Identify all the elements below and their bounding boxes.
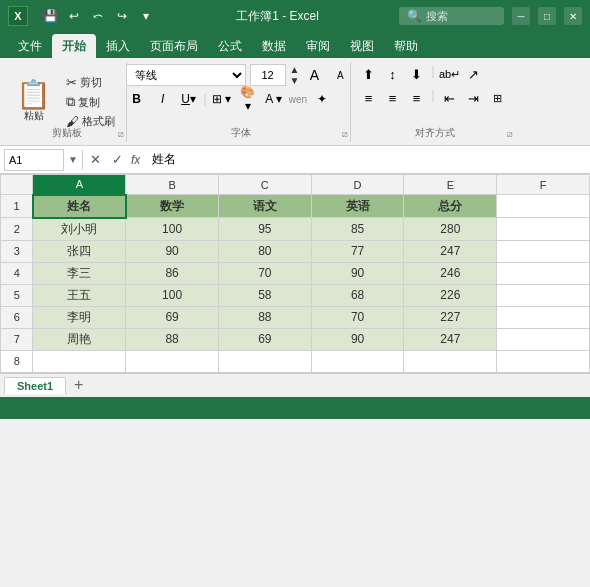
font-size-bigger-button[interactable]: A [303,65,325,85]
col-header-c[interactable]: C [218,175,311,195]
table-cell[interactable] [497,328,590,350]
table-cell[interactable] [497,218,590,241]
table-cell[interactable]: 李明 [33,306,126,328]
font-size-input[interactable] [250,64,286,86]
row-header-2[interactable]: 2 [1,218,33,241]
table-cell[interactable]: 90 [126,240,219,262]
table-cell[interactable]: 语文 [218,195,311,218]
tab-formulas[interactable]: 公式 [208,34,252,58]
border-button[interactable]: ⊞ ▾ [211,89,233,109]
table-cell[interactable]: 90 [311,262,404,284]
alignment-expand-icon[interactable]: ⧄ [507,129,513,140]
table-cell[interactable]: 226 [404,284,497,306]
table-cell[interactable]: 58 [218,284,311,306]
table-cell[interactable] [497,350,590,372]
table-cell[interactable]: 李三 [33,262,126,284]
search-input[interactable] [426,10,496,22]
align-right-button[interactable]: ≡ [405,88,427,108]
tab-data[interactable]: 数据 [252,34,296,58]
table-cell[interactable]: 张四 [33,240,126,262]
bold-button[interactable]: B [126,89,148,109]
table-cell[interactable]: 280 [404,218,497,241]
tab-view[interactable]: 视图 [340,34,384,58]
col-header-e[interactable]: E [404,175,497,195]
table-cell[interactable]: 70 [311,306,404,328]
table-cell[interactable]: 周艳 [33,328,126,350]
table-cell[interactable]: 69 [126,306,219,328]
row-header-4[interactable]: 4 [1,262,33,284]
text-effect-button[interactable]: ✦ [311,89,333,109]
font-size-smaller-button[interactable]: A [329,65,351,85]
save-button[interactable]: 💾 [40,6,60,26]
tab-home[interactable]: 开始 [52,34,96,58]
font-size-increase-icon[interactable]: ▲ [290,65,300,75]
table-cell[interactable]: 80 [218,240,311,262]
table-cell[interactable] [218,350,311,372]
undo-button[interactable]: ↩ [64,6,84,26]
redo-button[interactable]: ↪ [112,6,132,26]
col-header-d[interactable]: D [311,175,404,195]
decrease-indent-button[interactable]: ⇤ [439,88,461,108]
table-cell[interactable]: 69 [218,328,311,350]
table-cell[interactable]: 95 [218,218,311,241]
angle-text-button[interactable]: ↗ [463,64,485,84]
col-header-f[interactable]: F [497,175,590,195]
align-left-button[interactable]: ≡ [357,88,379,108]
undo-arrow-button[interactable]: ⤺ [88,6,108,26]
table-cell[interactable] [497,262,590,284]
table-cell[interactable]: 英语 [311,195,404,218]
table-cell[interactable]: 68 [311,284,404,306]
align-top-button[interactable]: ⬆ [357,64,379,84]
italic-button[interactable]: I [152,89,174,109]
tab-help[interactable]: 帮助 [384,34,428,58]
align-center-button[interactable]: ≡ [381,88,403,108]
table-cell[interactable]: 227 [404,306,497,328]
tab-insert[interactable]: 插入 [96,34,140,58]
table-cell[interactable]: 刘小明 [33,218,126,241]
table-cell[interactable]: 88 [218,306,311,328]
increase-indent-button[interactable]: ⇥ [463,88,485,108]
tab-review[interactable]: 审阅 [296,34,340,58]
sheet-tab-sheet1[interactable]: Sheet1 [4,377,66,394]
table-cell[interactable] [311,350,404,372]
customize-button[interactable]: ▾ [136,6,156,26]
add-sheet-button[interactable]: + [68,376,89,394]
copy-button[interactable]: ⧉ 复制 [63,93,118,111]
cell-reference-box[interactable]: A1 [4,149,64,171]
table-cell[interactable] [33,350,126,372]
row-header-7[interactable]: 7 [1,328,33,350]
tab-file[interactable]: 文件 [8,34,52,58]
merge-center-button[interactable]: ⊞ [487,88,509,108]
align-bottom-button[interactable]: ⬇ [405,64,427,84]
row-header-5[interactable]: 5 [1,284,33,306]
row-header-1[interactable]: 1 [1,195,33,218]
cancel-formula-icon[interactable]: ✕ [87,151,105,169]
search-box[interactable]: 🔍 [399,7,504,25]
row-header-6[interactable]: 6 [1,306,33,328]
table-cell[interactable] [126,350,219,372]
table-cell[interactable] [404,350,497,372]
table-cell[interactable]: 90 [311,328,404,350]
table-cell[interactable]: 总分 [404,195,497,218]
table-cell[interactable]: 100 [126,218,219,241]
table-cell[interactable]: 247 [404,328,497,350]
col-header-a[interactable]: A [33,175,126,195]
table-cell[interactable]: 247 [404,240,497,262]
col-header-b[interactable]: B [126,175,219,195]
table-cell[interactable]: 77 [311,240,404,262]
close-button[interactable]: ✕ [564,7,582,25]
table-cell[interactable] [497,284,590,306]
table-cell[interactable]: 姓名 [33,195,126,218]
table-cell[interactable] [497,306,590,328]
row-header-8[interactable]: 8 [1,350,33,372]
cell-ref-dropdown-icon[interactable]: ▼ [68,154,78,165]
font-expand-icon[interactable]: ⧄ [342,129,348,140]
font-name-selector[interactable]: 等线 [126,64,246,86]
table-cell[interactable]: 86 [126,262,219,284]
align-middle-button[interactable]: ↕ [381,64,403,84]
maximize-button[interactable]: □ [538,7,556,25]
cut-button[interactable]: ✂ 剪切 [63,74,118,91]
wrap-text-button[interactable]: ab↵ [439,64,461,84]
fill-color-button[interactable]: 🎨 ▾ [237,89,259,109]
minimize-button[interactable]: ─ [512,7,530,25]
